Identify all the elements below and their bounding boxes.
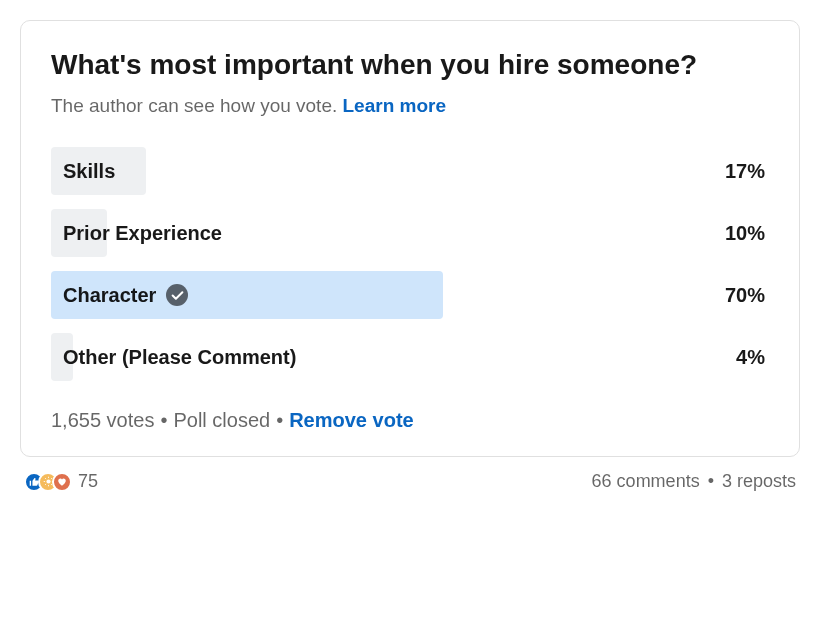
poll-status: Poll closed xyxy=(173,409,270,431)
separator-dot: • xyxy=(160,409,167,431)
poll-option-label: Skills xyxy=(51,160,115,183)
poll-option-pct: 70% xyxy=(725,284,769,307)
poll-subtitle: The author can see how you vote. Learn m… xyxy=(51,95,769,117)
svg-point-0 xyxy=(46,479,50,483)
separator-dot: • xyxy=(708,471,714,492)
learn-more-link[interactable]: Learn more xyxy=(343,95,446,116)
poll-option-prior-experience[interactable]: Prior Experience 10% xyxy=(51,209,769,257)
comments-link[interactable]: 66 comments xyxy=(592,471,700,492)
poll-card: What's most important when you hire some… xyxy=(20,20,800,457)
reaction-icon-stack xyxy=(24,472,72,492)
reaction-count: 75 xyxy=(78,471,98,492)
reposts-link[interactable]: 3 reposts xyxy=(722,471,796,492)
social-counts: 66 comments•3 reposts xyxy=(592,471,796,492)
reactions-button[interactable]: 75 xyxy=(24,471,98,492)
check-icon xyxy=(166,284,188,306)
poll-question: What's most important when you hire some… xyxy=(51,49,769,81)
poll-subtitle-text: The author can see how you vote. xyxy=(51,95,343,116)
poll-option-label: Other (Please Comment) xyxy=(51,346,296,369)
poll-option-pct: 17% xyxy=(725,160,769,183)
remove-vote-link[interactable]: Remove vote xyxy=(289,409,414,431)
poll-option-other[interactable]: Other (Please Comment) 4% xyxy=(51,333,769,381)
poll-option-label-text: Character xyxy=(63,284,156,307)
separator-dot: • xyxy=(276,409,283,431)
poll-options: Skills 17% Prior Experience 10% Characte… xyxy=(51,147,769,381)
social-bar: 75 66 comments•3 reposts xyxy=(20,471,800,492)
poll-meta: 1,655 votes•Poll closed•Remove vote xyxy=(51,409,769,432)
poll-option-pct: 4% xyxy=(736,346,769,369)
poll-votes-count: 1,655 votes xyxy=(51,409,154,431)
poll-option-pct: 10% xyxy=(725,222,769,245)
poll-option-label: Character xyxy=(51,284,188,307)
poll-option-character[interactable]: Character 70% xyxy=(51,271,769,319)
poll-option-skills[interactable]: Skills 17% xyxy=(51,147,769,195)
love-icon xyxy=(52,472,72,492)
poll-option-label: Prior Experience xyxy=(51,222,222,245)
